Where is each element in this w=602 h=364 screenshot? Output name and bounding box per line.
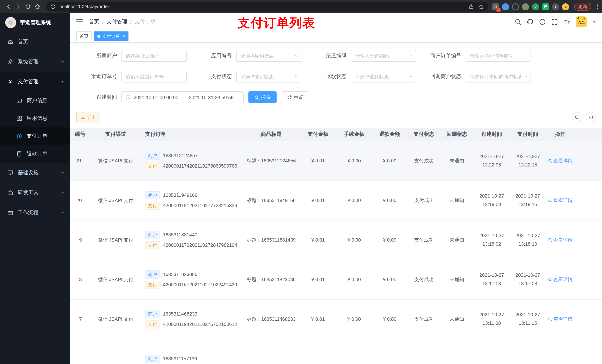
filter-label-channel-code: 渠道编码 bbox=[306, 52, 351, 59]
back-icon[interactable] bbox=[4, 2, 13, 11]
sidebar-item-home[interactable]: 首页 bbox=[0, 32, 70, 52]
app-select[interactable] bbox=[236, 50, 301, 62]
reset-button[interactable]: 重置 bbox=[281, 91, 309, 103]
extension-icon-drop[interactable] bbox=[502, 3, 509, 10]
refresh-icon[interactable] bbox=[23, 2, 32, 11]
chevron-up-icon bbox=[61, 80, 64, 83]
help-icon[interactable]: ? bbox=[539, 19, 546, 25]
sidebar: 芋道管理系统 首页 系统管理 ¥ 支付管理 商户信息 bbox=[0, 13, 70, 364]
notify-status-select[interactable] bbox=[466, 71, 531, 83]
cell-notify: 未通知 bbox=[441, 141, 473, 180]
extension-icon-colorful[interactable]: 10 bbox=[492, 3, 499, 10]
view-detail-link[interactable]: 查看详情 bbox=[548, 197, 573, 204]
view-detail-link[interactable]: 查看详情 bbox=[548, 237, 573, 243]
filter-label-pay-status: 支付状态 bbox=[191, 73, 236, 80]
cell-action: 查看详情 bbox=[545, 260, 575, 299]
bookmark-star-icon[interactable] bbox=[478, 4, 484, 10]
extension-icon-ring[interactable] bbox=[512, 3, 519, 10]
refresh-table-button[interactable] bbox=[586, 112, 596, 123]
clock-icon bbox=[126, 95, 131, 100]
logo[interactable]: 芋道管理系统 bbox=[0, 13, 70, 32]
view-detail-link[interactable]: 查看详情 bbox=[548, 157, 573, 164]
font-size-icon[interactable]: TT bbox=[563, 19, 570, 25]
toggle-search-button[interactable] bbox=[572, 112, 582, 123]
sidebar-item-system[interactable]: 系统管理 bbox=[0, 52, 70, 72]
cell-action: 查看详情 bbox=[545, 141, 575, 180]
svg-text:¥: ¥ bbox=[9, 79, 12, 84]
filter-label-channel-order: 渠道订单号 bbox=[76, 73, 121, 80]
col-channel: 支付渠道 bbox=[91, 128, 141, 141]
col-title: 商品标题 bbox=[243, 128, 300, 141]
home-icon[interactable] bbox=[32, 2, 42, 11]
sidebar-item-workflow[interactable]: 工作流程 bbox=[0, 203, 70, 223]
create-time-range-picker[interactable]: 2021-10-01 00:00:00 - 2021-10-31 23:59:5… bbox=[121, 91, 244, 103]
table-row: 7 微信 JSAPI 支付 商户1635311468233 支付42000011… bbox=[70, 299, 602, 339]
view-detail-link[interactable]: 查看详情 bbox=[548, 316, 573, 322]
browser-update-button[interactable]: 更新 bbox=[574, 3, 591, 11]
chevron-down-icon bbox=[61, 171, 64, 175]
target-icon bbox=[16, 133, 22, 139]
sidebar-item-merchant-info[interactable]: 商户信息 bbox=[0, 92, 70, 110]
extension-icon-pin[interactable] bbox=[552, 3, 559, 10]
channel-order-input[interactable] bbox=[121, 71, 187, 83]
user-avatar[interactable] bbox=[576, 16, 587, 27]
extension-icon-chat[interactable] bbox=[542, 3, 549, 10]
extension-icon-olive[interactable] bbox=[522, 3, 529, 10]
merchant-badge: 商户 bbox=[145, 231, 160, 239]
sidebar-item-refund-order[interactable]: 退款订单 bbox=[0, 145, 70, 163]
cell-channel: 微信 JSAPI 支付 bbox=[91, 299, 141, 339]
table-row: 9 微信 JSAPI 支付 商户1635311881440 支付42000011… bbox=[70, 220, 602, 260]
export-button[interactable]: 导出 bbox=[76, 112, 100, 123]
sidebar-item-payment[interactable]: ¥ 支付管理 bbox=[0, 72, 70, 92]
refund-status-select[interactable] bbox=[351, 71, 416, 83]
sidebar-item-pay-order[interactable]: 支付订单 bbox=[0, 127, 70, 145]
cell-amount: ¥ 0.01 bbox=[300, 220, 336, 260]
sidebar-item-devtools[interactable]: 研发工具 bbox=[0, 183, 70, 203]
merchant-order-input[interactable] bbox=[466, 50, 531, 62]
extension-icon-v[interactable]: V bbox=[532, 3, 539, 10]
forward-icon[interactable] bbox=[13, 2, 23, 11]
search-button[interactable]: 搜索 bbox=[248, 91, 277, 103]
payment-submenu: 商户信息 应用信息 支付订单 退款订单 bbox=[0, 92, 70, 163]
channel-code-select[interactable] bbox=[351, 50, 416, 62]
tag-close-icon[interactable]: × bbox=[123, 34, 125, 39]
filter-form: 所属商户 应用编号 渠道编码 商户订单编号 bbox=[70, 42, 602, 112]
breadcrumb-section[interactable]: 支付管理 bbox=[107, 19, 127, 25]
share-icon[interactable] bbox=[469, 4, 474, 9]
pay-badge: 支付 bbox=[145, 281, 160, 289]
view-detail-link[interactable]: 查看详情 bbox=[548, 276, 573, 283]
cell-notify: 未通知 bbox=[441, 299, 473, 339]
extension-icon-emoji[interactable] bbox=[562, 3, 569, 10]
download-icon bbox=[81, 115, 85, 119]
avatar-caret-icon[interactable] bbox=[592, 21, 596, 23]
extension-badge: 10 bbox=[496, 8, 501, 12]
tag-home[interactable]: 首页 bbox=[76, 31, 92, 41]
cell-refund: ¥ 0.00 bbox=[372, 299, 407, 339]
github-icon[interactable] bbox=[527, 19, 534, 25]
col-filler bbox=[575, 128, 602, 141]
sidebar-item-label: 系统管理 bbox=[18, 58, 39, 65]
col-create-time: 创建时间 bbox=[473, 128, 510, 141]
cell-pay-time: 2021-10-2713:11:15 bbox=[510, 299, 545, 339]
address-bar[interactable]: localhost:1024/pay/order bbox=[46, 2, 488, 11]
card-icon bbox=[16, 98, 22, 104]
tag-pay-order[interactable]: 支付订单 × bbox=[94, 31, 129, 41]
sidebar-item-infra[interactable]: 基础设施 bbox=[0, 163, 70, 183]
search-icon[interactable] bbox=[515, 19, 521, 25]
fullscreen-icon[interactable] bbox=[551, 19, 558, 25]
site-info-icon[interactable] bbox=[50, 4, 55, 9]
breadcrumb-home[interactable]: 首页 bbox=[89, 19, 99, 25]
merchant-no: 1635311949168 bbox=[163, 192, 197, 198]
yen-icon: ¥ bbox=[7, 79, 13, 85]
cell-fee: ¥ 0.00 bbox=[336, 260, 372, 299]
svg-text:?: ? bbox=[541, 20, 544, 24]
filter-label-merchant-order: 商户订单编号 bbox=[420, 52, 466, 59]
merchant-input[interactable] bbox=[121, 50, 187, 62]
sidebar-item-app-info[interactable]: 应用信息 bbox=[0, 110, 70, 127]
sidebar-toggle-icon[interactable] bbox=[76, 19, 83, 24]
cell-title: 标题：1635312124656 bbox=[243, 141, 300, 180]
cell-id: 7 bbox=[70, 299, 91, 339]
pay-badge: 支付 bbox=[145, 241, 160, 249]
pay-status-select[interactable] bbox=[236, 71, 301, 83]
browser-menu-icon[interactable] bbox=[597, 4, 598, 9]
